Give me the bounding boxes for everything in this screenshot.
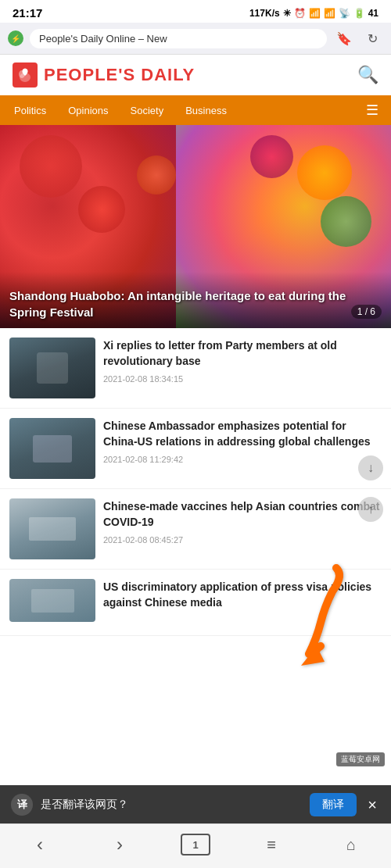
scroll-up-icon: ↑	[368, 502, 374, 516]
browser-chrome: ⚡ People's Daily Online – New 🔖 ↻	[0, 23, 391, 55]
browser-favicon: ⚡	[8, 30, 23, 46]
tabs-button[interactable]: 1	[181, 834, 210, 855]
refresh-button[interactable]: ↻	[361, 27, 383, 49]
news-title-1: Xi replies to letter from Party members …	[103, 338, 382, 370]
news-thumb-2	[9, 418, 95, 479]
translate-button[interactable]: 翻译	[310, 793, 357, 816]
nav-home-button[interactable]: ⌂	[332, 830, 370, 859]
news-item-2[interactable]: Chinese Ambassador emphasizes potential …	[0, 409, 391, 489]
signal-icon-2: 📶	[324, 8, 335, 19]
flower-blob-5	[321, 196, 371, 247]
svg-point-1	[19, 70, 25, 78]
wifi-icon: 📡	[339, 8, 350, 19]
news-item-3[interactable]: Chinese-made vaccines help Asian countri…	[0, 489, 391, 570]
bottom-nav: ‹ › 1 ≡ ⌂	[0, 823, 391, 868]
news-time-2: 2021-02-08 11:29:42	[103, 455, 382, 464]
news-time-3: 2021-02-08 08:45:27	[103, 535, 382, 545]
hero-overlay: Shandong Huabobo: An intangible heritage…	[0, 272, 391, 328]
home-icon: ⌂	[346, 836, 356, 854]
forward-icon: ›	[117, 834, 123, 855]
nav-item-business[interactable]: Business	[174, 97, 238, 124]
nav-back-button[interactable]: ‹	[21, 830, 59, 859]
hero-carousel[interactable]: Shandong Huabobo: An intangible heritage…	[0, 125, 391, 328]
scroll-down-button[interactable]: ↓	[358, 455, 383, 480]
news-time-1: 2021-02-08 18:34:15	[103, 374, 382, 384]
news-content-2: Chinese Ambassador emphasizes potential …	[103, 418, 382, 479]
site-logo: PEOPLE'S DAILY	[13, 63, 195, 88]
translate-icon: 译	[11, 794, 33, 816]
logo-text: PEOPLE'S DAILY	[44, 65, 195, 85]
browser-actions: 🔖 ↻	[333, 27, 383, 49]
news-content-3: Chinese-made vaccines help Asian countri…	[103, 498, 382, 559]
news-thumb-3	[9, 498, 95, 559]
scroll-down-icon: ↓	[368, 461, 374, 475]
bluetooth-icon: ✳	[283, 8, 291, 19]
news-item-1[interactable]: Xi replies to letter from Party members …	[0, 328, 391, 409]
favicon-icon: ⚡	[11, 34, 20, 43]
url-bar[interactable]: People's Daily Online – New	[30, 29, 327, 48]
news-list: Xi replies to letter from Party members …	[0, 328, 391, 636]
back-icon: ‹	[37, 834, 43, 855]
flower-blob-4	[250, 135, 293, 178]
status-icons: 117K/s ✳ ⏰ 📶 📶 📡 🔋 41	[249, 8, 378, 19]
flower-blob-2	[78, 186, 125, 233]
nav-menu-button[interactable]: ☰	[357, 95, 388, 125]
nav-item-opinions[interactable]: Opinions	[57, 97, 119, 124]
translate-close-button[interactable]: ×	[364, 796, 380, 814]
status-bar: 21:17 117K/s ✳ ⏰ 📶 📶 📡 🔋 41	[0, 0, 391, 23]
translate-bar: 译 是否翻译该网页？ 翻译 ×	[0, 785, 391, 824]
news-title-2: Chinese Ambassador emphasizes potential …	[103, 418, 382, 450]
nav-item-politics[interactable]: Politics	[3, 97, 57, 124]
scroll-up-button[interactable]: ↑	[358, 497, 383, 522]
translate-question: 是否翻译该网页？	[41, 798, 302, 812]
menu-icon: ≡	[267, 836, 276, 854]
news-thumb-1	[9, 338, 95, 398]
status-time: 21:17	[13, 6, 42, 20]
site-header: PEOPLE'S DAILY 🔍	[0, 55, 391, 95]
battery-icon: 🔋	[353, 8, 365, 19]
hero-caption: Shandong Huabobo: An intangible heritage…	[9, 288, 382, 320]
flower-blob-6	[137, 155, 176, 195]
flower-blob-1	[20, 135, 82, 198]
url-text: People's Daily Online – New	[39, 33, 167, 45]
logo-icon	[13, 63, 38, 88]
news-item-4-partial[interactable]: US discriminatory application of press v…	[0, 570, 391, 636]
alarm-icon: ⏰	[294, 8, 306, 19]
nav-forward-button[interactable]: ›	[101, 830, 138, 859]
translate-icon-text: 译	[17, 798, 27, 812]
nav-item-society[interactable]: Society	[120, 97, 175, 124]
news-title-4: US discriminatory application of press v…	[103, 579, 382, 611]
hero-counter: 1 / 6	[351, 305, 382, 319]
flower-blob-3	[297, 145, 352, 200]
watermark: 蓝莓安卓网	[336, 752, 385, 766]
news-title-3: Chinese-made vaccines help Asian countri…	[103, 498, 382, 530]
signal-icon: 📶	[309, 8, 321, 19]
network-speed: 117K/s	[249, 8, 280, 19]
nav-bar: Politics Opinions Society Business ☰	[0, 95, 391, 125]
nav-menu-button[interactable]: ≡	[253, 830, 290, 859]
search-button[interactable]: 🔍	[357, 65, 378, 85]
news-thumb-4-partial	[9, 579, 95, 622]
news-content-4-partial: US discriminatory application of press v…	[103, 579, 382, 626]
battery-level: 41	[368, 8, 378, 19]
svg-marker-3	[301, 646, 325, 666]
news-content-1: Xi replies to letter from Party members …	[103, 338, 382, 398]
logo-svg	[16, 66, 34, 84]
bookmark-button[interactable]: 🔖	[333, 27, 355, 49]
